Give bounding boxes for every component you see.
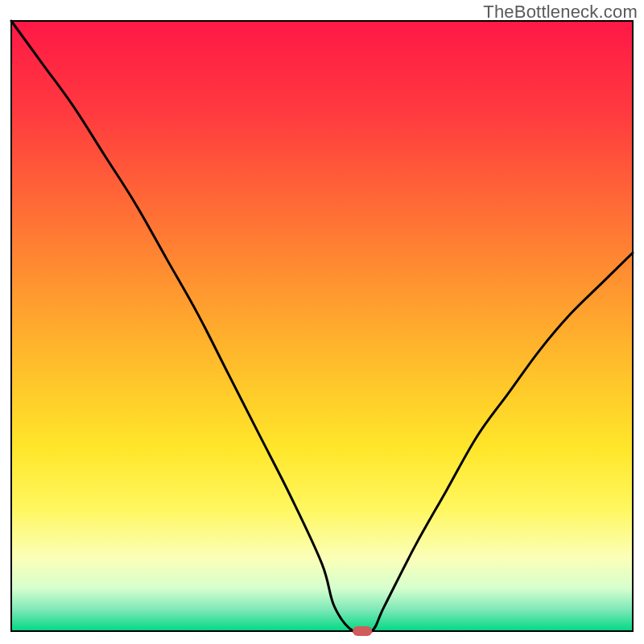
watermark-text: TheBottleneck.com <box>483 2 638 23</box>
optimal-marker <box>353 626 372 636</box>
chart-container: TheBottleneck.com <box>0 0 644 644</box>
bottleneck-chart <box>0 0 644 644</box>
plot-background <box>11 21 633 631</box>
